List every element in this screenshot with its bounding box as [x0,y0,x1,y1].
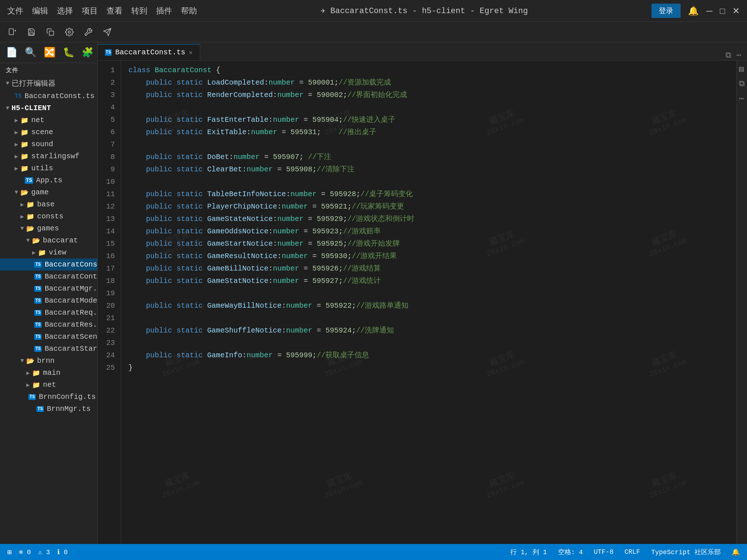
toolbar-deploy[interactable] [101,26,114,39]
folder-label: scene [31,128,53,136]
tab-label: BaccaratConst.ts [115,48,185,57]
folder-label: consts [37,212,63,221]
sidebar-item-baccarat-model[interactable]: TS BaccaratModel.ts [0,295,97,307]
folder-arrow-icon: ▶ [15,153,18,160]
menu-project[interactable]: 项目 [82,5,98,16]
sidebar-item-brnn-net[interactable]: ▶ 📁 net [0,379,97,391]
statusbar-remote-icon[interactable]: ⊞ [7,548,12,557]
toolbar-save[interactable] [25,26,38,39]
folder-arrow-icon: ▶ [32,249,36,256]
folder-label: sound [31,140,53,148]
menu-edit[interactable]: 编辑 [32,5,48,16]
statusbar-line-ending[interactable]: CRLF [624,548,640,556]
sidebar-item-utils[interactable]: ▶ 📁 utils [0,162,97,174]
statusbar-right: 行 1, 列 1 空格: 4 UTF-8 CRLF TypeScript 社区乐… [510,548,740,556]
activity-extensions-icon[interactable]: 🧩 [82,47,93,58]
toolbar-copy[interactable] [44,26,57,39]
code-editor[interactable]: 藏宝库 28xin.com 藏宝库 28xin.com 藏宝库 28xin.co… [98,61,747,544]
notification-icon[interactable]: 🔔 [688,6,699,16]
sidebar-item-app[interactable]: TS App.ts [0,174,97,186]
sidebar-item-baccarat[interactable]: ▼ 📂 baccarat [0,234,97,246]
sidebar-item-brnn[interactable]: ▼ 📂 brnn [0,355,97,367]
open-editors-label: 已打开编辑器 [12,78,55,88]
sidebar-item-game[interactable]: ▼ 📂 game [0,186,97,198]
ts-file-icon: TS [28,394,36,400]
activity-debug-icon[interactable]: 🐛 [63,47,74,58]
sidebar-item-baccarat-scene[interactable]: TS BaccaratScene.ts [0,331,97,343]
sidebar-open-editors-section[interactable]: ▼ 已打开编辑器 [0,77,97,90]
close-button[interactable]: ✕ [732,6,740,16]
menu-view[interactable]: 查看 [107,5,123,16]
sidebar-item-sound[interactable]: ▶ 📁 sound [0,138,97,150]
sidebar-item-baccarat-res[interactable]: TS BaccaratRes.ts [0,319,97,331]
minimize-button[interactable]: ─ [706,6,712,16]
folder-label: game [31,188,49,197]
login-button[interactable]: 登录 [651,4,681,18]
editor-split-icon[interactable]: ⧉ [725,51,731,60]
folder-label: main [43,369,61,377]
folder-icon: 📁 [20,164,28,172]
code-content[interactable]: class BaccaratConst { public static Load… [121,61,736,544]
menu-goto[interactable]: 转到 [131,5,147,16]
activity-explorer-icon[interactable]: 📄 [6,47,18,58]
statusbar-info[interactable]: ℹ 0 [57,548,68,556]
folder-arrow-icon: ▶ [15,117,18,124]
toolbar-build[interactable] [82,26,95,39]
ts-file-icon: TS [34,334,42,340]
sidebar-item-view[interactable]: ▶ 📁 view [0,246,97,258]
statusbar-warnings[interactable]: ⚠ 3 [38,548,50,556]
minimap-icon[interactable]: ▤ [739,64,745,74]
folder-arrow-icon: ▶ [15,141,18,148]
folder-icon: 📁 [38,249,46,257]
folder-icon: 📁 [26,213,34,221]
sidebar-item-baccarat-control[interactable]: TS BaccaratControl.... [0,271,97,283]
folder-open-icon: 📂 [20,188,28,197]
more-actions-icon[interactable]: ⋯ [739,94,745,104]
sidebar-item-net[interactable]: ▶ 📁 net [0,114,97,126]
sidebar-item-baccarat-req[interactable]: TS BaccaratReq.ts [0,307,97,319]
menu-select[interactable]: 选择 [57,5,73,16]
editor-more-icon[interactable]: ⋯ [736,50,741,60]
maximize-button[interactable]: □ [720,6,725,16]
statusbar-spaces[interactable]: 空格: 4 [558,548,583,556]
sidebar-item-starlingswf[interactable]: ▶ 📁 starlingswf [0,150,97,162]
sidebar-item-baccarat-const[interactable]: TS BaccaratConst.ts [0,258,97,271]
folder-arrow-icon: ▼ [20,225,24,232]
tab-baccarat-const[interactable]: TS BaccaratConst.ts ✕ [98,44,200,60]
statusbar-feedback-icon[interactable]: 🔔 [732,548,740,556]
folder-arrow-icon: ▶ [15,165,18,172]
toolbar-settings[interactable] [63,26,76,39]
menu-file[interactable]: 文件 [7,5,23,16]
sidebar-item-base[interactable]: ▶ 📁 base [0,198,97,210]
sidebar-item-scene[interactable]: ▶ 📁 scene [0,126,97,138]
statusbar-language[interactable]: TypeScript 社区乐部 [651,548,721,556]
statusbar-encoding[interactable]: UTF-8 [594,548,614,556]
folder-open-icon: 📂 [26,357,34,365]
folder-icon: 📁 [20,152,28,160]
folder-arrow-icon: ▼ [20,358,24,364]
sidebar-item-baccarat-start[interactable]: TS BaccaratStart.ts [0,343,97,355]
sidebar-item-games[interactable]: ▼ 📂 games [0,222,97,234]
folder-icon: 📁 [20,140,28,148]
menu-help[interactable]: 帮助 [181,5,197,16]
activity-search-icon[interactable]: 🔍 [25,47,36,58]
tab-close-icon[interactable]: ✕ [189,49,193,56]
sidebar-item-brnn-main[interactable]: ▶ 📁 main [0,367,97,379]
menu-plugin[interactable]: 插件 [156,5,172,16]
sidebar-item-baccarat-mgr[interactable]: TS BaccaratMgr.ts [0,283,97,295]
folder-arrow-icon: ▶ [26,381,30,389]
sidebar-item-consts[interactable]: ▶ 📁 consts [0,210,97,222]
statusbar-errors[interactable]: ⊗ 0 [19,548,31,556]
file-label: BaccaratRes.ts [44,320,97,329]
folder-label: utils [31,164,53,172]
split-editor-icon[interactable]: ⧉ [739,79,745,89]
sidebar-item-brnn-config[interactable]: TS BrnnConfig.ts [0,391,97,403]
sidebar-open-file-baccarat[interactable]: TS BaccaratConst.ts src/ga... [0,90,97,102]
statusbar-position[interactable]: 行 1, 列 1 [510,548,547,556]
menu-bar: 文件 编辑 选择 项目 查看 转到 插件 帮助 [7,5,197,16]
sidebar-project-h5client[interactable]: ▼ H5-CLIENT [0,102,97,114]
activity-scm-icon[interactable]: 🔀 [44,47,55,58]
toolbar-new-file[interactable] [6,26,19,39]
ts-file-icon: TS [34,310,42,316]
sidebar-item-brnn-mgr[interactable]: TS BrnnMgr.ts [0,403,97,415]
